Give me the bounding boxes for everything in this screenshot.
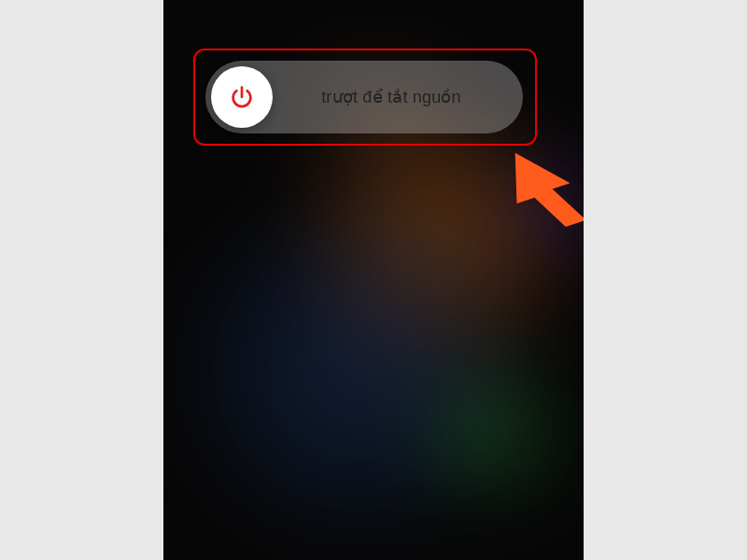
power-off-slider[interactable]: trượt để tắt nguồn [205,61,523,133]
power-off-screen: trượt để tắt nguồn [163,0,584,560]
slider-label: trượt để tắt nguồn [273,87,523,107]
slider-knob[interactable] [211,66,273,128]
power-icon [229,84,255,110]
